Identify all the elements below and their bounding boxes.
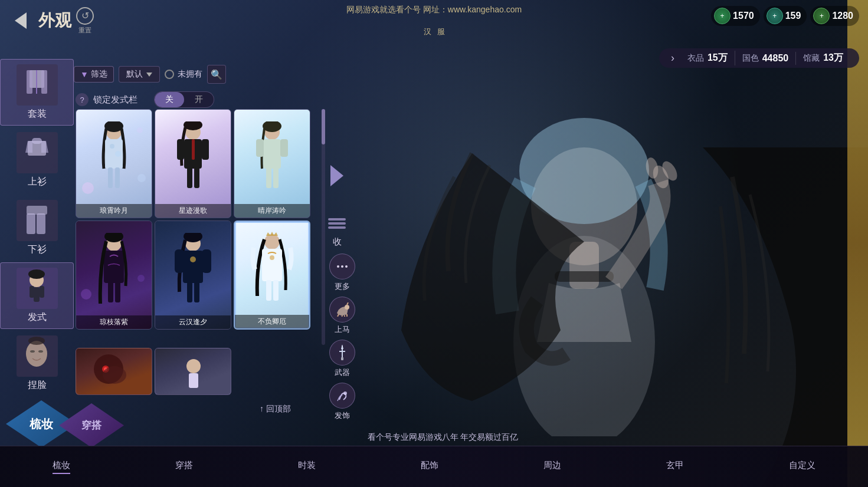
outfit-card-4[interactable]: 琼枝落紫 <box>76 221 152 330</box>
weapon-action-btn[interactable]: 武器 <box>329 340 355 378</box>
sort-button[interactable]: 默认 <box>119 66 160 83</box>
top-svg-icon <box>21 135 53 170</box>
back-button[interactable] <box>6 6 35 35</box>
sidebar-label-suit: 套装 <box>28 108 47 120</box>
hair-svg-icon <box>21 268 53 308</box>
svg-rect-41 <box>273 167 279 188</box>
outfit-card-bg-4 <box>76 221 152 329</box>
svg-rect-25 <box>108 167 113 188</box>
expand-arrow[interactable]: › <box>671 52 674 64</box>
outfit-card-3[interactable]: ✚ 晴岸涛吟 <box>234 109 310 218</box>
sidebar-item-top[interactable]: 上衫 <box>0 127 74 193</box>
toggle-off-btn[interactable]: 关 <box>155 92 184 107</box>
filter-button[interactable]: ▼ 筛选 <box>74 66 114 83</box>
svg-point-74 <box>343 391 347 395</box>
bottom-nav-item-armor[interactable]: 玄甲 <box>657 457 693 477</box>
sidebar-item-face[interactable]: 捏脸 <box>0 330 74 397</box>
outfit-card-1[interactable]: 琅霄吟月 <box>76 109 152 218</box>
figure-3 <box>245 121 299 207</box>
grooming-container: 梳妆 穿搭 <box>3 400 94 450</box>
radio-circle-icon <box>165 70 174 79</box>
outfit-card-bg-2 <box>155 110 231 218</box>
sidebar-label-bottom: 下衫 <box>28 244 47 256</box>
sidebar-item-suit[interactable]: 套装 <box>0 59 74 126</box>
return-top-btn[interactable]: ↑ 回顶部 <box>260 404 291 414</box>
bottom-nav-item-accessories[interactable]: 配饰 <box>412 457 447 477</box>
sidebar-item-hair[interactable]: 发式 <box>0 262 74 329</box>
svg-point-68 <box>345 265 348 268</box>
svg-rect-2 <box>41 70 47 94</box>
filter-label: 筛选 <box>91 69 107 80</box>
lock-label: 锁定发式栏 <box>93 94 137 106</box>
collapse-button[interactable] <box>326 218 348 229</box>
nav-right-arrow-icon[interactable] <box>330 165 343 186</box>
svg-rect-49 <box>183 251 203 283</box>
currency-icon-3: + <box>813 8 830 24</box>
bottom-nav-line-6 <box>789 473 815 474</box>
scroll-thumb[interactable] <box>322 109 325 144</box>
outfit-name-3: 晴岸涛吟 <box>234 204 310 218</box>
currency-label-3: 馆藏 <box>803 53 820 64</box>
hair-dec-action-btn[interactable]: 发饰 <box>329 383 355 421</box>
side-actions: 更多 上马 武器 <box>329 254 355 421</box>
character-portrait-area <box>354 47 750 446</box>
svg-rect-45 <box>108 282 113 302</box>
currency-label-1: 衣品 <box>687 53 704 64</box>
filter-icon: ▼ <box>80 70 89 79</box>
reset-button[interactable]: ↺ 重置 <box>76 7 94 35</box>
svg-point-66 <box>337 265 339 268</box>
sidebar-item-bottom[interactable]: 下衫 <box>0 195 74 261</box>
unowned-radio[interactable]: 未拥有 <box>165 69 202 80</box>
sidebar-thumbnail-top <box>17 132 58 173</box>
outfit-card-2[interactable]: 星迹漫歌 <box>155 109 231 218</box>
currency-value-2: 159 <box>785 11 801 21</box>
svg-rect-32 <box>202 139 209 160</box>
bottom-nav-item-custom[interactable]: 自定义 <box>780 457 824 477</box>
outfit-card-5[interactable]: 云汉逢夕 <box>155 221 231 330</box>
search-icon: 🔍 <box>211 69 222 80</box>
filter-bar: ▼ 筛选 默认 未拥有 🔍 <box>74 62 226 87</box>
currency-segment-1: 衣品 15万 <box>680 51 735 65</box>
svg-point-64 <box>186 359 201 373</box>
outfit-card-8[interactable] <box>155 348 231 395</box>
outfit-name-2: 星迹漫歌 <box>155 204 231 218</box>
grooming-label: 梳妆 <box>30 416 53 432</box>
mount-action-btn[interactable]: 上马 <box>329 297 355 335</box>
horse-icon <box>334 302 351 317</box>
bottom-nav-item-dressing[interactable]: 穿搭 <box>166 457 202 477</box>
weapon-label: 武器 <box>335 367 350 378</box>
sidebar-thumbnail-hair <box>17 268 58 309</box>
more-action-btn[interactable]: 更多 <box>329 254 355 292</box>
bottom-nav-item-peripherals[interactable]: 周边 <box>535 457 570 477</box>
bottom-nav-item-grooming[interactable]: 梳妆 <box>44 457 79 477</box>
svg-rect-40 <box>266 167 271 188</box>
dropdown-arrow-icon <box>146 73 152 77</box>
title-section: 外观 ↺ 重置 <box>38 7 94 35</box>
currency-item-3[interactable]: + 1280 <box>810 6 859 26</box>
character-svg <box>354 47 750 436</box>
mount-label: 上马 <box>335 324 350 335</box>
currency-item-2[interactable]: + 159 <box>764 6 807 26</box>
bottom-nav-item-fashion[interactable]: 时装 <box>289 457 325 477</box>
svg-point-23 <box>110 144 114 149</box>
figure-7 <box>76 348 152 393</box>
currency-item-1[interactable]: + 1570 <box>711 6 760 26</box>
collapse-line-2 <box>328 222 346 225</box>
collapse-section: 收 <box>326 218 348 232</box>
face-svg-icon <box>21 336 53 376</box>
svg-rect-15 <box>40 286 44 298</box>
header-marquee: 网易游戏就选看个号 网址：www.kangehao.com <box>346 0 522 15</box>
outfit-card-6[interactable]: 不负卿厄 <box>234 221 310 330</box>
currency-row: › 衣品 15万 国色 44850 馆藏 13万 <box>659 48 859 68</box>
svg-point-67 <box>341 265 343 268</box>
svg-point-24 <box>115 151 121 157</box>
outfit-card-7[interactable] <box>76 348 152 395</box>
weapon-icon <box>329 340 355 366</box>
outfit-card-bg-5 <box>155 221 231 329</box>
svg-rect-8 <box>27 206 47 215</box>
lock-question-btn[interactable]: ? <box>76 93 89 106</box>
scroll-bar[interactable] <box>322 109 325 345</box>
search-button[interactable]: 🔍 <box>207 65 226 84</box>
toggle-on-btn[interactable]: 开 <box>184 92 214 107</box>
right-border <box>847 0 868 487</box>
